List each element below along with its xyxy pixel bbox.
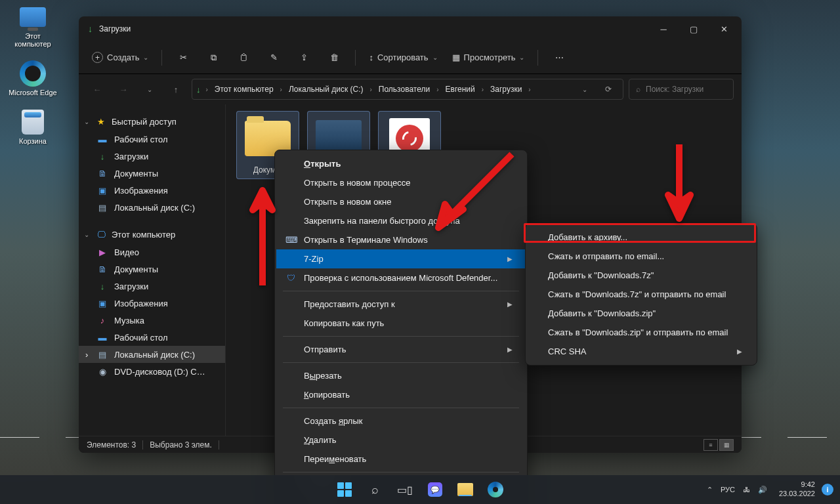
sidebar-item-label: Изображения [114, 186, 168, 196]
tray-expand-icon[interactable]: ⌃ [707, 486, 713, 494]
recycle-bin-desktop-icon[interactable]: Корзина [7, 108, 59, 145]
sidebar-item-downloads[interactable]: ↓Загрузки [79, 148, 225, 165]
chat-button[interactable]: 💬 [422, 476, 448, 503]
sidebar-item-documents[interactable]: 🗎Документы [79, 261, 225, 278]
ctx-add-zip[interactable]: Добавить к "Downloads.zip" [527, 304, 755, 323]
ctx-delete[interactable]: Удалить [276, 430, 526, 450]
downloads-icon: ↓ [196, 85, 201, 94]
paste-icon: 📋︎ [240, 52, 248, 62]
ctx-add-7z[interactable]: Добавить к "Downloads.7z" [527, 266, 755, 285]
titlebar[interactable]: ↓ Загрузки ─ ▢ ✕ [79, 16, 742, 41]
create-button[interactable]: + Создать ⌄ [87, 47, 154, 69]
sidebar-item-dvd[interactable]: ◉DVD-дисковод (D:) CPBA_X6 [79, 363, 225, 380]
sidebar-item-pictures[interactable]: ▣Изображения [79, 295, 225, 312]
edge-desktop-icon[interactable]: Microsoft Edge [7, 60, 59, 96]
forward-button[interactable]: → [113, 79, 134, 100]
ctx-copy-path[interactable]: Копировать как путь [276, 314, 526, 333]
search-button[interactable]: ⌕ [362, 476, 388, 503]
ctx-open-new-process[interactable]: Открыть в новом процессе [276, 173, 526, 192]
clock[interactable]: 9:42 23.03.2022 [775, 480, 819, 499]
sidebar-item-desktop[interactable]: ▬Рабочий стол [79, 329, 225, 346]
sidebar-item-label: Локальный диск (C:) [114, 350, 195, 360]
quick-access-header[interactable]: ⌄ ★ Быстрый доступ [79, 112, 225, 131]
refresh-button[interactable]: ⟳ [598, 79, 619, 100]
notifications-button[interactable]: i [822, 484, 833, 495]
breadcrumb[interactable]: Этот компьютер [211, 82, 278, 96]
address-bar[interactable]: ↓ › Этот компьютер › Локальный диск (C:)… [192, 79, 623, 100]
ctx-cut[interactable]: Вырезать [276, 366, 526, 385]
task-view-button[interactable]: ▭▯ [392, 476, 418, 503]
ctx-open[interactable]: Открыть [276, 154, 526, 173]
ctx-compress-7z-email[interactable]: Сжать в "Downloads.7z" и отправить по em… [527, 285, 755, 304]
network-icon[interactable]: 🖧 [743, 486, 750, 494]
back-button[interactable]: ← [87, 79, 108, 100]
sidebar-item-pictures[interactable]: ▣Изображения [79, 182, 225, 199]
ctx-7zip[interactable]: 7-Zip▶ [276, 249, 526, 268]
this-pc-header[interactable]: ⌄ 🖵 Этот компьютер [79, 225, 225, 243]
sidebar-item-downloads[interactable]: ↓Загрузки [79, 278, 225, 295]
ctx-compress-email[interactable]: Сжать и отправить по email... [527, 247, 755, 266]
crumb-sep-icon: › [206, 86, 208, 93]
address-history-button[interactable]: ⌄ [574, 79, 595, 100]
copy-button[interactable]: ⧉ [200, 47, 226, 69]
ctx-shortcut[interactable]: Создать ярлык [276, 411, 526, 430]
system-tray[interactable]: ⌃ РУС 🖧 🔊 [702, 486, 772, 494]
sort-button[interactable]: ↕ Сортировать ⌄ [364, 47, 442, 69]
ctx-grant-access[interactable]: Предоставить доступ к▶ [276, 295, 526, 314]
chevron-right-icon: ▶ [488, 301, 513, 308]
maximize-button[interactable]: ▢ [679, 18, 709, 39]
search-input[interactable]: ⌕ Поиск: Загрузки [629, 79, 734, 100]
sidebar-item-label: Загрузки [114, 282, 148, 291]
sidebar-item-label: DVD-дисковод (D:) CPBA_X6 [114, 367, 206, 377]
breadcrumb[interactable]: Локальный диск (C:) [285, 82, 368, 96]
start-button[interactable] [331, 476, 358, 503]
view-label: Просмотреть [464, 52, 516, 62]
breadcrumb[interactable]: Пользователи [375, 82, 434, 96]
ctx-copy[interactable]: Копировать [276, 385, 526, 404]
minimize-button[interactable]: ─ [648, 18, 679, 39]
ctx-rename[interactable]: Переименовать [276, 450, 526, 469]
edge-taskbar-button[interactable] [482, 476, 509, 503]
sidebar-item-disk-c[interactable]: ›▤Локальный диск (C:) [79, 346, 225, 363]
icons-view-button[interactable]: ▦ [719, 439, 734, 451]
recent-button[interactable]: ⌄ [139, 79, 160, 100]
ctx-compress-zip-email[interactable]: Сжать в "Downloads.zip" и отправить по e… [527, 323, 755, 342]
details-view-button[interactable]: ≡ [704, 439, 718, 451]
ctx-open-terminal[interactable]: ⌨Открыть в Терминале Windows [276, 230, 526, 249]
share-button[interactable]: ⇪ [291, 47, 317, 69]
cut-button[interactable]: ✂ [170, 47, 196, 69]
chevron-down-icon: ⌄ [432, 54, 438, 61]
monitor-icon [20, 7, 46, 27]
ctx-defender[interactable]: 🛡Проверка с использованием Microsoft Def… [276, 268, 526, 287]
paste-button[interactable]: 📋︎ [230, 47, 257, 69]
delete-button[interactable]: 🗑︎ [321, 47, 347, 69]
selected-count: Выбрано 3 элем. [150, 440, 212, 450]
view-button[interactable]: ▦ Просмотреть ⌄ [447, 47, 530, 69]
more-button[interactable]: ⋯ [546, 47, 572, 69]
sidebar: ⌄ ★ Быстрый доступ ▬Рабочий стол ↓Загруз… [79, 104, 226, 436]
breadcrumb[interactable]: Евгений [442, 82, 479, 96]
volume-icon[interactable]: 🔊 [758, 486, 767, 494]
window-title: Загрузки [99, 24, 131, 33]
sidebar-item-documents[interactable]: 🗎Документы [79, 165, 225, 182]
this-pc-desktop-icon[interactable]: Этот компьютер [7, 3, 59, 48]
sidebar-item-disk-c[interactable]: ▤Локальный диск (C:) [79, 199, 225, 216]
sidebar-item-label: Рабочий стол [114, 333, 168, 343]
sidebar-item-videos[interactable]: ▶Видео [79, 243, 225, 261]
ctx-send-to[interactable]: Отправить▶ [276, 340, 526, 359]
language-indicator[interactable]: РУС [721, 486, 735, 494]
ctx-open-new-window[interactable]: Открыть в новом окне [276, 192, 526, 211]
sidebar-item-music[interactable]: ♪Музыка [79, 312, 225, 329]
rename-button[interactable]: ✎ [261, 47, 287, 69]
context-submenu-7zip: Добавить к архиву... Сжать и отправить п… [525, 223, 757, 366]
close-button[interactable]: ✕ [709, 18, 739, 39]
up-button[interactable]: ↑ [165, 79, 186, 100]
ctx-pin-quick[interactable]: Закрепить на панели быстрого доступа [276, 211, 526, 230]
explorer-taskbar-button[interactable] [452, 476, 478, 503]
edge-icon [20, 60, 46, 87]
ctx-crc-sha[interactable]: CRC SHA▶ [527, 342, 755, 361]
sidebar-item-desktop[interactable]: ▬Рабочий стол [79, 131, 225, 148]
sidebar-item-label: Загрузки [114, 152, 148, 161]
ctx-add-archive[interactable]: Добавить к архиву... [527, 228, 755, 247]
breadcrumb[interactable]: Загрузки [486, 82, 526, 96]
